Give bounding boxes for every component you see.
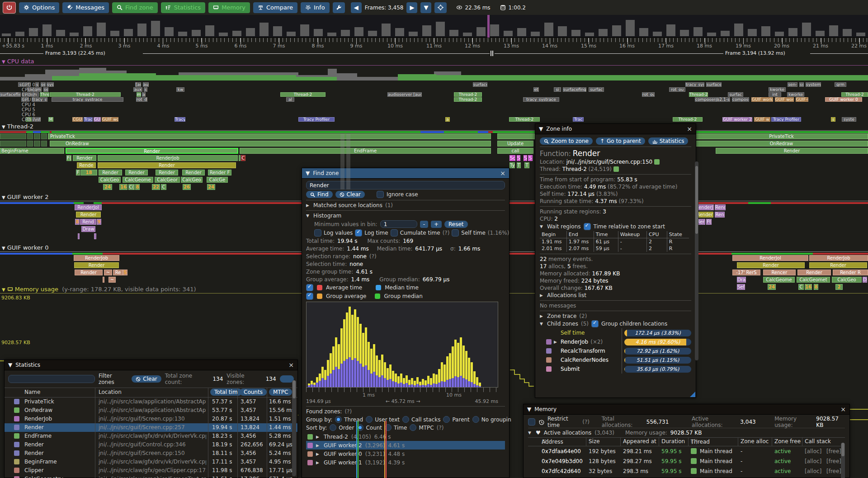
timeline-zone[interactable]: F( (66, 155, 71, 161)
timeline-zone[interactable]: ~ (108, 277, 116, 283)
statistics-titlebar[interactable]: ▼Statistics× (5, 360, 297, 370)
timeline-zone[interactable]: s (144, 87, 147, 92)
timeline-zone[interactable]: RenderJob (809, 255, 868, 261)
timeline-zone[interactable]: F (76, 170, 80, 175)
timeline-zone[interactable]: et (533, 87, 539, 92)
child-zone-row[interactable]: RecalcTransform 72.92 µs (1.62%) (540, 346, 691, 355)
timeline-zone[interactable]: surfaceflinger (0, 92, 21, 97)
timeline-zone[interactable]: tracy_systrace (52, 97, 123, 102)
timeline-zone[interactable]: Trac (573, 117, 584, 122)
timeline-zone[interactable]: aux (133, 87, 142, 92)
timeline-zone[interactable]: Thread-2 (841, 92, 868, 97)
min-bin-input[interactable] (380, 220, 417, 228)
collapse-arrow-icon[interactable]: ▼ (8, 362, 12, 368)
statistics-row[interactable]: PrivateTick jni/../jni/src/claw/applicat… (5, 398, 297, 406)
ignore-case-checkbox[interactable] (377, 191, 384, 198)
timeline-zone[interactable]: ss (799, 82, 804, 87)
messages-button[interactable]: Messages (62, 2, 109, 13)
timeline-zone[interactable]: Render (696, 212, 713, 218)
filter-input[interactable] (8, 375, 95, 383)
range-window[interactable]: ← 45.72 ms → (386, 398, 420, 404)
timeline-zone[interactable] (52, 131, 420, 133)
alloc-callstack[interactable]: [alloc] (805, 458, 821, 464)
timeline-zone[interactable] (72, 253, 103, 255)
timeline-zone[interactable]: 5 (123, 270, 127, 275)
timeline-zone[interactable]: RenderJob (98, 155, 238, 161)
collapse-button[interactable]: ▼ (420, 2, 431, 13)
timeline-zone[interactable] (771, 202, 868, 204)
timeline-zone[interactable]: 18 (80, 170, 97, 175)
timeline-zone[interactable]: Thread-2 (454, 92, 482, 97)
timeline-zone[interactable]: S (528, 155, 533, 161)
statistics-row[interactable]: BeginFrame jni/../jni/src/claw/gfx/drv/v… (5, 458, 297, 466)
group-by-radio[interactable] (443, 416, 450, 423)
timeline-zone[interactable]: GUIF-w (796, 97, 808, 102)
timeline-zone[interactable] (103, 277, 104, 283)
timeline-zone[interactable]: Render R (833, 270, 868, 275)
timeline-zone[interactable] (52, 76, 79, 80)
compare-button[interactable]: Compare (253, 2, 297, 13)
timeline-zone[interactable]: GUIF worker 0 (751, 97, 773, 102)
timeline-zone[interactable]: Render (156, 170, 178, 175)
time-ruler[interactable]: +55.83 s1 ms2 ms3 ms4 ms5 ms6 ms7 ms8 ms… (0, 38, 868, 50)
statistics-row[interactable]: RenderJob jni/../jni/src/guif/Screen.cpp… (5, 415, 297, 423)
timeline-zone[interactable] (0, 202, 74, 204)
timeline-zone[interactable] (74, 202, 84, 204)
timeline-zone[interactable] (420, 131, 444, 133)
timeline-zone[interactable]: BeginFrame (0, 148, 64, 154)
scrollbar[interactable] (292, 380, 296, 476)
timeline-zone[interactable]: Rende (77, 162, 96, 168)
resize-grip[interactable] (690, 392, 695, 397)
timeline-zone[interactable]: audioserver [audio (387, 92, 422, 97)
show-avg-med-checkbox[interactable] (306, 284, 313, 291)
timeline-zone[interactable]: Update (497, 141, 533, 147)
column-name[interactable]: Name (24, 389, 40, 395)
tools-button[interactable] (333, 2, 345, 13)
timeline-zone[interactable] (813, 253, 868, 255)
timeline-zone[interactable]: CalcGeome (123, 177, 153, 183)
timeline-zone[interactable]: CalcGeo (832, 277, 862, 283)
child-zones-label[interactable]: Child zones (547, 321, 578, 327)
timeline-zone[interactable]: [au (135, 82, 141, 87)
timeline-zone[interactable]: Tracy (84, 117, 93, 122)
timeline-zone[interactable] (436, 75, 868, 80)
timeline-zone[interactable]: 16 (119, 184, 127, 190)
timeline-zone[interactable]: 16 (805, 284, 812, 290)
timeline-zone[interactable]: se (41, 82, 46, 87)
expand-arrow-icon[interactable]: ▶ (554, 340, 558, 344)
timeline-zone[interactable]: Thread-2 (280, 92, 326, 97)
child-zone-row[interactable]: ▶ RenderJob (×2) 4.16 ms (92.60%) (540, 337, 691, 346)
collapse-arrow-icon[interactable]: ▼ (540, 322, 544, 326)
timeline-zone[interactable]: CalcGeomet (797, 277, 830, 283)
close-icon[interactable]: × (500, 170, 505, 177)
self-time-checkbox[interactable] (452, 229, 459, 237)
timeline-zone[interactable]: Tracy I (175, 117, 185, 122)
timeline-zone[interactable]: au (143, 82, 149, 87)
timeline-zone[interactable]: OnRedraw (695, 141, 868, 147)
timeline-zone[interactable]: 22 (152, 184, 160, 190)
timeline-zone[interactable]: si (554, 87, 561, 92)
show-group-checkbox[interactable] (306, 293, 313, 300)
found-zone-group[interactable]: ▶ GUIF worker 1 (3,192) 4.39 s (306, 458, 505, 467)
timeline-zone[interactable]: Sc (509, 155, 515, 161)
timeline-zone[interactable]: CalcGe (207, 177, 228, 183)
timeline-zone[interactable]: CGUIF (72, 117, 83, 122)
timeline-zone[interactable]: int (769, 92, 781, 97)
statistics-row[interactable]: Render jni/../jni/src/guif/Control.cpp:3… (5, 440, 297, 449)
search-input[interactable] (306, 181, 505, 189)
timeline-zone[interactable]: s (35, 82, 39, 87)
timeline-zone[interactable]: Thread-2 (689, 92, 708, 97)
log-values-checkbox[interactable] (314, 229, 321, 237)
timeline-zone[interactable]: Draw (81, 226, 95, 232)
timeline-zone[interactable]: Render (76, 212, 101, 218)
timeline-zone[interactable]: ~ (104, 270, 112, 275)
timeline-zone[interactable]: Render (99, 170, 122, 175)
timeline-zone[interactable]: 24 (103, 184, 112, 190)
allocation-row[interactable]: 0x7dfc53d898 8 bytes 298.34 ms 59.95 s M… (528, 476, 845, 478)
timeline-zone[interactable]: Ft (706, 219, 712, 225)
found-zone-group[interactable]: ▶ GUIF worker 0 (3,231) 4.48 s (306, 450, 505, 458)
sort-by-radio[interactable] (410, 424, 416, 431)
timeline-zone[interactable] (34, 141, 40, 147)
timeline-zone[interactable]: grm (835, 82, 846, 87)
timeline-zone[interactable]: C( (128, 184, 135, 190)
